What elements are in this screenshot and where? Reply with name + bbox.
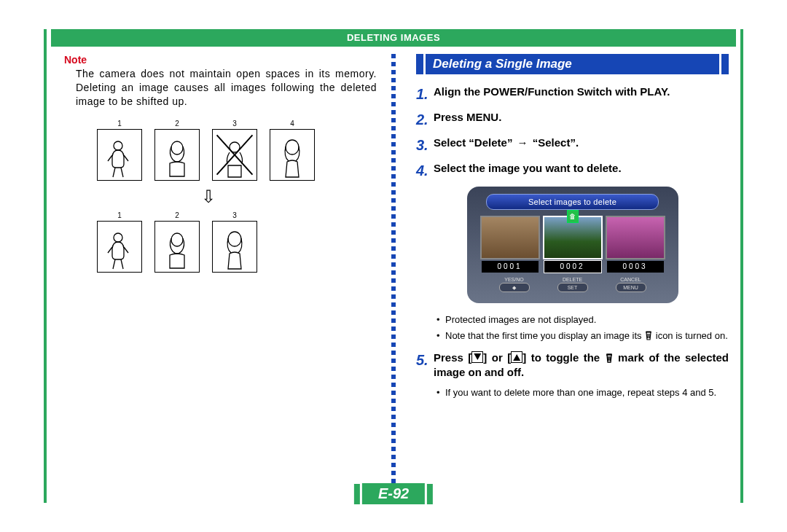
thumb-number: 1	[117, 211, 122, 219]
svg-point-6	[228, 232, 241, 246]
shift-diagram: 1 2 3 4 ⇩ 1 2 3	[97, 120, 330, 273]
left-border	[44, 29, 47, 503]
note-item: If you want to delete more than one imag…	[436, 386, 729, 399]
note-label: Note	[64, 54, 377, 66]
thumb-number: 3	[232, 211, 237, 219]
step-list: 5.Press [] or [] to toggle the mark of t…	[416, 351, 729, 380]
thumb-number: 1	[117, 120, 122, 128]
lcd-hint: YES/NO◆	[493, 277, 536, 293]
lcd-counter: 0002	[544, 261, 601, 273]
thumb-number: 2	[175, 211, 179, 219]
thumb-frame	[154, 129, 200, 181]
trash-icon	[605, 353, 614, 363]
step-list: 1.Align the POWER/Function Switch with P…	[416, 85, 729, 181]
step-number: 1.	[416, 85, 434, 104]
up-key-icon	[511, 351, 522, 363]
thumb-number: 2	[175, 120, 179, 128]
thumb-frame	[97, 129, 142, 181]
page-number: E-92	[362, 483, 425, 504]
arrow-down-icon: ⇩	[86, 188, 330, 206]
svg-point-5	[171, 233, 183, 246]
lcd-thumb: 0001	[480, 216, 540, 273]
svg-point-1	[171, 141, 183, 154]
thumb-frame	[154, 221, 200, 273]
note-item: Note that the first time you display an …	[436, 329, 729, 343]
lcd-banner: Select images to delete	[486, 194, 659, 210]
manual-page: DELETING IMAGES Note The camera does not…	[0, 0, 787, 532]
right-column: Deleting a Single Image 1.Align the POWE…	[396, 47, 743, 498]
lcd-counter: 0001	[482, 261, 539, 273]
lcd-counter: 0003	[607, 261, 664, 273]
camera-lcd-illustration: Select images to delete 0001 🗑0002 0003 …	[467, 187, 678, 303]
diagram-row-before: 1 2 3 4	[97, 120, 330, 181]
trash-icon: 🗑	[567, 210, 579, 223]
trash-icon	[644, 330, 653, 340]
subsection-heading: Deleting a Single Image	[416, 54, 729, 74]
thumb-number: 4	[290, 120, 294, 128]
step-text: Press MENU.	[434, 110, 729, 130]
lcd-hint: DELETESET	[551, 277, 595, 293]
step-text: Align the POWER/Function Switch with PLA…	[434, 85, 729, 104]
step-text: Select “Delete” → “Select”.	[434, 136, 729, 155]
subsection-title: Deleting a Single Image	[426, 54, 719, 74]
left-column: Note The camera does not maintain open s…	[44, 47, 391, 498]
lcd-thumb-selected: 🗑0002	[543, 216, 603, 273]
step-number: 4.	[416, 161, 434, 181]
page-number-tab: E-92	[354, 483, 433, 504]
svg-point-3	[286, 140, 299, 154]
step-text: Press [] or [] to toggle the mark of the…	[434, 351, 729, 380]
thumb-frame	[212, 221, 257, 273]
note-item: Protected images are not displayed.	[436, 313, 729, 326]
lcd-thumb: 0003	[606, 216, 665, 273]
arrow-right-icon: →	[517, 136, 528, 150]
step-text: Select the image you want to delete.	[434, 161, 729, 181]
down-key-icon	[471, 351, 483, 363]
svg-point-2	[230, 142, 240, 152]
right-border	[740, 29, 743, 503]
step-number: 5.	[416, 351, 434, 380]
step-number: 2.	[416, 110, 434, 130]
thumb-frame-deleted	[212, 129, 257, 181]
diagram-row-after: 1 2 3	[97, 211, 330, 273]
note-text: The camera does not maintain open spaces…	[76, 67, 377, 109]
thumb-frame	[97, 221, 142, 273]
thumb-frame	[270, 129, 315, 181]
step4-notes: Protected images are not displayed. Note…	[416, 313, 729, 342]
step-number: 3.	[416, 136, 434, 155]
step5-notes: If you want to delete more than one imag…	[416, 386, 729, 399]
svg-point-4	[114, 233, 122, 242]
svg-point-0	[114, 141, 122, 150]
section-header: DELETING IMAGES	[51, 29, 736, 47]
content-area: Note The camera does not maintain open s…	[44, 47, 743, 498]
thumb-number: 3	[232, 120, 237, 128]
lcd-hint: CANCELMENU	[609, 277, 653, 293]
